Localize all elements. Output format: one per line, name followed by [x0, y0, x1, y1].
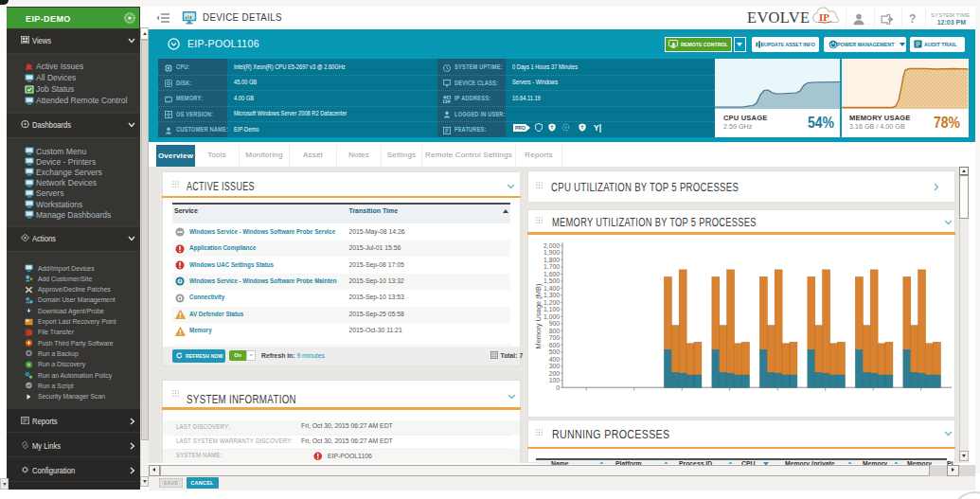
svg-text:1,900: 1,900 — [543, 249, 560, 256]
svg-text:Memory Usage (MB): Memory Usage (MB) — [534, 283, 543, 349]
svg-text:IP: IP — [819, 11, 829, 23]
svg-text:0: 0 — [556, 384, 560, 391]
svg-text:400: 400 — [549, 356, 561, 363]
svg-text:600: 600 — [549, 342, 561, 348]
svg-text:300: 300 — [549, 363, 561, 369]
svg-text:1,700: 1,700 — [543, 263, 560, 270]
svg-text:2,000: 2,000 — [543, 242, 560, 249]
svg-text:500: 500 — [549, 348, 561, 355]
svg-text:1,500: 1,500 — [543, 277, 560, 284]
svg-text:200: 200 — [549, 370, 561, 377]
svg-text:1,600: 1,600 — [543, 271, 560, 277]
svg-text:700: 700 — [549, 334, 561, 341]
svg-text:1,800: 1,800 — [543, 257, 560, 263]
svg-text:100: 100 — [549, 377, 561, 383]
svg-text:1,400: 1,400 — [543, 285, 560, 292]
svg-text:900: 900 — [549, 320, 561, 327]
svg-text:1,100: 1,100 — [543, 306, 560, 312]
svg-text:1,000: 1,000 — [543, 313, 560, 320]
svg-text:PRO: PRO — [515, 125, 526, 131]
svg-text:1,300: 1,300 — [543, 292, 560, 298]
svg-text:800: 800 — [549, 328, 561, 334]
svg-text:1,200: 1,200 — [543, 299, 560, 306]
